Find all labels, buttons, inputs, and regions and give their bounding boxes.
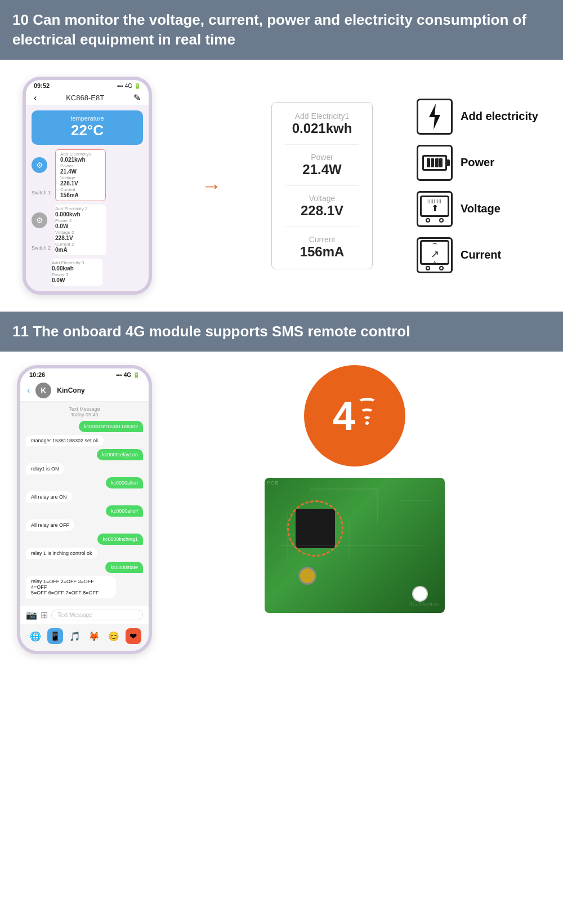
msg-9: kc0000inching1 [26, 534, 143, 545]
phone2-app-row: 🌐 📱 🎵 🦊 😊 ❤ [20, 624, 149, 651]
battery-icon [422, 155, 447, 171]
phone2-time: 10:26 [29, 371, 45, 378]
voltage-icon-label: Voltage [461, 202, 501, 215]
add-electricity-label: Add electricity [461, 110, 538, 123]
current-row: Current 156mA [285, 235, 359, 260]
power-icon-row: Power [417, 145, 540, 181]
fourG-label: 4 [333, 396, 355, 436]
phone2-back-icon[interactable]: ‹ [27, 385, 30, 396]
msg-2: manager 15381188302 set ok [26, 435, 143, 446]
phone2-avatar: K [35, 383, 51, 398]
text-message-input[interactable]: Text Message [51, 610, 143, 620]
electricity-row: Add Electricity1 0.021kwh [285, 112, 359, 145]
msg-12: relay 1=OFF 2=OFF 3=OFF 4=OFF5=OFF 6=OFF… [26, 576, 143, 598]
phone2-contact-name: KinCony [57, 387, 84, 394]
back-icon[interactable]: ‹ [34, 93, 37, 103]
current-icon-row: ⌢ ↗ A Current [417, 237, 540, 273]
battery-icon-box [417, 145, 453, 181]
msg-4: relay1 is ON [26, 463, 143, 474]
temp-label: temperature [32, 115, 143, 122]
voltmeter-icon-box: ||||||||| ⬆ - V + [417, 191, 453, 227]
switch3-data: Add Electricity 3 0.00kwh Power 3 0.0W [52, 259, 102, 286]
phone-navbar: ‹ KC868-E8T ✎ [26, 90, 149, 106]
wifi-arc-medium [360, 408, 374, 415]
app-icon-2[interactable]: 📱 [47, 628, 63, 644]
pcb-image: PCB 4G Module [265, 478, 445, 613]
section10-content: 09:52 ▪▪▪ 4G 🔋 ‹ KC868-E8T ✎ temperature… [0, 60, 563, 312]
phone-mockup-10: 09:52 ▪▪▪ 4G 🔋 ‹ KC868-E8T ✎ temperature… [23, 77, 152, 295]
pcb-white-circle [412, 586, 428, 602]
add-electricity-row: Add electricity [417, 99, 540, 135]
lightning-icon-box [417, 99, 453, 135]
temp-card: temperature 22°C [32, 110, 143, 145]
ammeter-icon-box: ⌢ ↗ A [417, 237, 453, 273]
phone-title: KC868-E8T [66, 94, 104, 102]
app-icon-1[interactable]: 🌐 [28, 628, 43, 644]
voltage-icon-row: ||||||||| ⬆ - V + Voltage [417, 191, 540, 227]
wifi-arc-small [363, 416, 371, 420]
phone-status-bar: 09:52 ▪▪▪ 4G 🔋 [26, 80, 149, 90]
voltage-row: Voltage 228.1V [285, 194, 359, 227]
voltage-value: 228.1V [285, 203, 359, 219]
ammeter-icon: ⌢ ↗ A [420, 240, 449, 270]
temp-value: 22°C [32, 122, 143, 139]
msg-10: relay 1 is inching control ok [26, 548, 143, 559]
wifi-arc-large [358, 398, 377, 407]
app-icon-6[interactable]: ❤ [126, 628, 141, 644]
wifi-signal-icon [358, 398, 377, 434]
current-icon-label: Current [461, 248, 501, 261]
switch2-row: ⚙ Switch 2 Add Electricity 2 0.000kwh Po… [32, 205, 143, 255]
icons-panel: Add electricity Power [417, 99, 540, 273]
switch2-data: Add Electricity 2 0.000kwh Power 2 0.0W … [55, 205, 106, 255]
power-value: 21.4W [285, 162, 359, 177]
msg-1: kc0000set15381188302 [26, 421, 143, 432]
switch3-row: Add Electricity 3 0.00kwh Power 3 0.0W [52, 259, 143, 286]
switch1-data: Add Electricity1 0.021kwh Power 21.4W Vo… [55, 149, 106, 201]
msg-11: kc0000state [26, 562, 143, 573]
electricity-value: 0.021kwh [285, 121, 359, 136]
section11-content: 10:26 ▪▪▪ 4G 🔋 ‹ K KinCony Text MessageT… [0, 352, 563, 668]
msg-6: All relay are ON [26, 491, 143, 503]
s11-right: 4 PCB 4G Module [163, 365, 546, 613]
app-icon-5[interactable]: 😊 [106, 628, 122, 644]
phone-time: 09:52 [34, 82, 50, 89]
pcb-traces [265, 478, 434, 562]
phone2-chat-area: Text MessageToday 09:40 kc0000set1538118… [20, 402, 149, 606]
msg-3: kc0000relay1on [26, 449, 143, 460]
wifi-dot [365, 421, 369, 425]
power-row: Power 21.4W [285, 153, 359, 186]
phone2-status-bar: 10:26 ▪▪▪ 4G 🔋 [20, 368, 149, 380]
switch2-icon[interactable]: ⚙ [32, 212, 47, 228]
switch-area: ⚙ Switch 1 Add Electricity1 0.021kwh Pow… [26, 149, 149, 291]
switch1-label: Switch 1 [32, 190, 51, 196]
phone2-navbar: ‹ K KinCony [20, 380, 149, 402]
arrow-icon: → [202, 174, 222, 198]
fourG-circle: 4 [304, 365, 405, 467]
edit-icon[interactable]: ✎ [133, 92, 141, 103]
msg-7: kc0000alloff [26, 505, 143, 517]
voltmeter-icon: ||||||||| ⬆ - V + [420, 196, 449, 223]
lightning-icon [425, 104, 445, 130]
voltage-label: Voltage [285, 194, 359, 203]
info-panel: Add Electricity1 0.021kwh Power 21.4W Vo… [271, 102, 373, 269]
apps-icon[interactable]: ⊞ [41, 610, 48, 620]
phone-signal: ▪▪▪ 4G 🔋 [117, 83, 141, 89]
chat-header: Text MessageToday 09:40 [26, 406, 143, 417]
switch2-label: Switch 2 [32, 245, 51, 251]
app-icon-4[interactable]: 🦊 [86, 628, 102, 644]
current-label: Current [285, 235, 359, 244]
section10-header: 10 Can monitor the voltage, current, pow… [0, 0, 563, 60]
pcb-connector [298, 567, 316, 585]
phone-mockup-11: 10:26 ▪▪▪ 4G 🔋 ‹ K KinCony Text MessageT… [17, 365, 152, 654]
app-icon-3[interactable]: 🎵 [67, 628, 83, 644]
electricity-label: Add Electricity1 [285, 112, 359, 121]
section11-header: 11 The onboard 4G module supports SMS re… [0, 312, 563, 352]
power-icon-label: Power [461, 156, 494, 169]
power-label: Power [285, 153, 359, 162]
phone2-input-bar: 📷 ⊞ Text Message [20, 606, 149, 624]
camera-icon[interactable]: 📷 [26, 610, 37, 620]
current-value: 156mA [285, 244, 359, 260]
switch1-row: ⚙ Switch 1 Add Electricity1 0.021kwh Pow… [32, 149, 143, 201]
msg-5: kc0000allon [26, 477, 143, 488]
switch1-icon[interactable]: ⚙ [32, 157, 47, 173]
